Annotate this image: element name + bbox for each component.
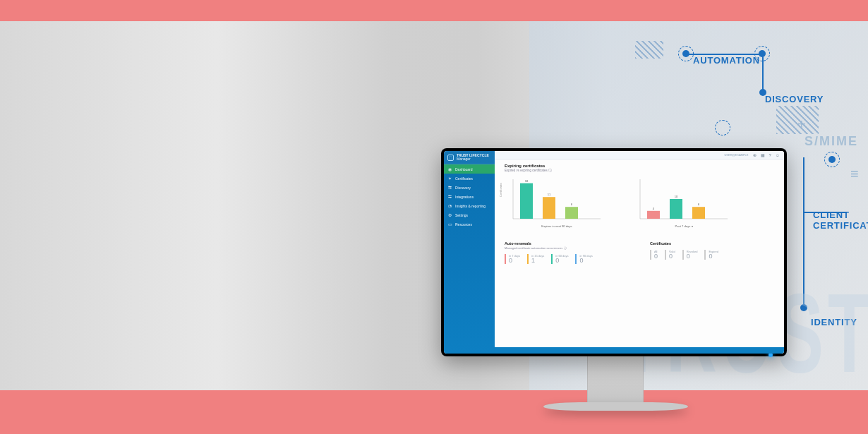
- auto-renewals-title: Auto-renewals: [505, 241, 629, 246]
- apps-icon[interactable]: ▦: [761, 152, 765, 157]
- sidebar-item-label: Discovery: [455, 186, 471, 190]
- chart-right: 4106Past 7 days ▾: [632, 175, 730, 230]
- node-dot: [800, 304, 807, 311]
- auto-renewals-subtitle: Managed certificate automation occurrenc…: [505, 246, 629, 250]
- svg-text:Expires in next 90 days: Expires in next 90 days: [541, 224, 572, 228]
- plus-icon: +: [797, 116, 806, 133]
- chart-bar: [520, 183, 533, 219]
- stage: + ≡ AUTOMATION DISCOVERY S/MIME CLIENT C…: [0, 0, 868, 434]
- kpi-value: 0: [687, 253, 698, 260]
- main-content: USER@EXAMPLE ⊕ ▦ ? ☺ Expiring certificat…: [495, 151, 784, 354]
- certificates-block: Certificates All0Valid0Revoked0Expired0: [650, 241, 774, 264]
- deco-label-client2: CERTIFICATES: [813, 220, 868, 231]
- monitor-frame: ⬚ TRUST LIFECYCLE Manager ◉Dashboard✶Cer…: [441, 148, 787, 356]
- chart-bar: [670, 199, 682, 219]
- monitor-stand-neck: [587, 356, 644, 406]
- node-dot: [682, 50, 689, 57]
- chart-bar: [692, 207, 705, 219]
- certificates-title: Certificates: [650, 241, 774, 246]
- chart-bar: [647, 211, 660, 219]
- sidebar-item-label: Integrations: [455, 195, 474, 199]
- svg-text:Past 7 days ▾: Past 7 days ▾: [675, 224, 692, 228]
- sidebar-icon: ⇆: [447, 185, 452, 190]
- user-icon[interactable]: ☺: [776, 153, 780, 157]
- expiring-certs-title: Expiring certificates: [505, 164, 774, 168]
- auto-renewals-kpi: in 7 days0: [505, 254, 520, 264]
- certificates-kpi: All0: [650, 250, 658, 260]
- kpi-value: 0: [709, 253, 718, 260]
- bottom-bar: [495, 347, 784, 354]
- auto-renewals-block: Auto-renewals Managed certificate automa…: [505, 241, 629, 264]
- deco-label-client1: CLIENT: [813, 210, 850, 220]
- sidebar: ⬚ TRUST LIFECYCLE Manager ◉Dashboard✶Cer…: [444, 151, 495, 354]
- notifications-icon[interactable]: ⊕: [753, 152, 757, 157]
- help-icon[interactable]: ?: [769, 153, 771, 157]
- bars-icon: ≡: [850, 166, 859, 182]
- svg-text:6: 6: [571, 203, 573, 206]
- connector-line: [803, 157, 804, 306]
- sidebar-item-discovery[interactable]: ⇆Discovery: [444, 183, 495, 192]
- node-dot: [828, 156, 836, 163]
- sidebar-item-label: Resources: [455, 222, 472, 227]
- sidebar-icon: ⇋: [447, 194, 452, 199]
- sidebar-icon: ✶: [447, 176, 452, 181]
- kpi-value: 1: [531, 258, 544, 264]
- svg-text:11: 11: [548, 193, 551, 196]
- sidebar-item-label: Dashboard: [455, 167, 472, 171]
- dashboard-body: Expiring certificates Expired vs expirin…: [495, 159, 784, 354]
- sidebar-icon: ◉: [447, 167, 452, 171]
- sidebar-item-label: Certificates: [455, 176, 473, 181]
- deco-label-identity: IDENTITY: [811, 317, 857, 327]
- auto-renewals-kpi: in 90 days0: [575, 254, 592, 264]
- svg-text:10: 10: [675, 195, 678, 198]
- auto-renewals-kpi: in 60 days0: [551, 254, 568, 264]
- sidebar-item-dashboard[interactable]: ◉Dashboard: [444, 164, 495, 174]
- brand: ⬚ TRUST LIFECYCLE Manager: [444, 151, 495, 164]
- topbar: USER@EXAMPLE ⊕ ▦ ? ☺: [495, 151, 784, 159]
- kpi-value: 0: [555, 258, 568, 264]
- chart-bar: [543, 197, 555, 219]
- sidebar-icon: ⚙: [447, 212, 452, 217]
- kpi-value: 0: [654, 253, 658, 260]
- kpi-value: 0: [509, 258, 520, 264]
- sidebar-item-certificates[interactable]: ✶Certificates: [444, 174, 495, 183]
- sidebar-item-settings[interactable]: ⚙Settings: [444, 210, 495, 219]
- stats-row: Auto-renewals Managed certificate automa…: [505, 241, 774, 264]
- sidebar-item-label: Settings: [455, 213, 468, 217]
- screen: ⬚ TRUST LIFECYCLE Manager ◉Dashboard✶Cer…: [444, 151, 784, 354]
- chart-bar: [565, 207, 578, 219]
- sidebar-item-integrations[interactable]: ⇋Integrations: [444, 192, 495, 201]
- brand-line2: Manager: [457, 157, 489, 161]
- account-label: USER@EXAMPLE: [724, 153, 748, 157]
- expiring-certs-subtitle: Expired vs expiring certificates ⓘ: [505, 169, 774, 172]
- svg-text:6: 6: [698, 203, 700, 206]
- monitor-stand-base: [543, 402, 688, 411]
- deco-label-automation: AUTOMATION: [693, 55, 760, 66]
- node-ring: [715, 120, 730, 135]
- chart-ylabel: Certificates: [499, 183, 502, 197]
- chart-zone: Certificates 18116Expires in next 90 day…: [505, 175, 774, 230]
- svg-text:4: 4: [653, 207, 655, 210]
- sidebar-icon: ▭: [447, 222, 452, 227]
- deco-label-smime: S/MIME: [804, 134, 858, 149]
- sidebar-item-label: Insights & reporting: [455, 204, 486, 208]
- sidebar-item-resources[interactable]: ▭Resources: [444, 219, 495, 229]
- svg-text:18: 18: [525, 179, 529, 183]
- kpi-value: 0: [579, 258, 592, 264]
- brand-logo-icon: ⬚: [447, 155, 454, 161]
- hatch-deco: [635, 41, 663, 59]
- deco-label-discovery: DISCOVERY: [765, 94, 824, 104]
- certificates-kpi: Expired0: [704, 250, 718, 260]
- kpi-value: 0: [669, 253, 675, 260]
- chart-left: Certificates 18116Expires in next 90 day…: [505, 175, 603, 230]
- sidebar-item-insights-reporting[interactable]: ◔Insights & reporting: [444, 201, 495, 210]
- certificates-kpi: Valid0: [665, 250, 675, 260]
- auto-renewals-kpi: in 15 days1: [527, 254, 544, 264]
- certificates-kpi: Revoked0: [682, 250, 698, 260]
- sidebar-icon: ◔: [447, 203, 452, 208]
